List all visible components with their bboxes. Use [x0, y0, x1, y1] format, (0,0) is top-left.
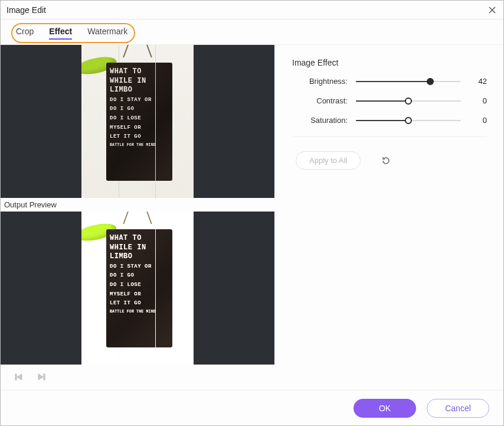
sign-line: WHILE IN — [110, 77, 146, 85]
preview-nav — [1, 365, 274, 382]
apply-to-all-button[interactable]: Apply to All — [296, 151, 361, 170]
sign-line: WHILE IN — [110, 243, 146, 252]
dialog-footer: OK Cancel — [1, 390, 503, 425]
sign-line: LIMBO — [110, 252, 133, 261]
saturation-value: 0 — [469, 116, 487, 125]
svg-marker-3 — [17, 374, 22, 380]
sign-line: DO I STAY OR — [110, 264, 152, 269]
sign-line: BATTLE FOR THE MIND — [110, 143, 169, 148]
sign-line: MYSELF OR — [110, 291, 141, 297]
sign-line: DO I GO — [110, 106, 134, 112]
brightness-slider[interactable] — [356, 77, 461, 86]
brightness-label: Brightness: — [292, 77, 351, 86]
sign-line: DO I GO — [110, 272, 134, 278]
sign-line: DO I LOSE — [110, 282, 141, 288]
ok-button[interactable]: OK — [354, 399, 416, 418]
sign-board: WHAT TO WHILE IN LIMBO DO I STAY OR DO I… — [106, 229, 172, 347]
cancel-button[interactable]: Cancel — [427, 399, 489, 418]
preview-column: WHAT TO WHILE IN LIMBO DO I STAY OR DO I… — [1, 45, 274, 390]
window-title: Image Edit — [6, 5, 46, 15]
sign-line: MYSELF OR — [110, 125, 141, 131]
sign-line: BATTLE FOR THE MIND — [110, 310, 169, 314]
contrast-slider[interactable] — [356, 97, 461, 105]
brightness-row: Brightness: 42 — [292, 77, 487, 86]
sign-line: WHAT TO — [110, 234, 142, 242]
sign-line: LET IT GO — [110, 300, 141, 306]
tab-watermark[interactable]: Watermark — [87, 27, 127, 38]
saturation-slider[interactable] — [356, 116, 461, 125]
sign-line: LIMBO — [110, 86, 133, 94]
close-icon[interactable] — [487, 5, 498, 15]
titlebar: Image Edit — [1, 1, 503, 19]
effects-divider — [292, 136, 487, 137]
tab-effect[interactable]: Effect — [49, 27, 72, 40]
effects-panel: Image Effect Brightness: 42 Contrast: 0 — [274, 45, 503, 390]
saturation-row: Saturation: 0 — [292, 116, 487, 125]
sign-line: DO I STAY OR — [110, 97, 152, 103]
output-preview-label: Output Preview — [1, 198, 274, 212]
output-preview: WHAT TO WHILE IN LIMBO DO I STAY OR DO I… — [1, 212, 274, 365]
next-icon[interactable] — [36, 372, 47, 382]
tabs-bar: Crop Effect Watermark — [1, 19, 503, 45]
tab-crop[interactable]: Crop — [16, 27, 34, 38]
contrast-value: 0 — [469, 96, 487, 105]
original-preview: WHAT TO WHILE IN LIMBO DO I STAY OR DO I… — [1, 45, 274, 198]
sign-line: WHAT TO — [110, 67, 142, 76]
image-edit-dialog: Image Edit Crop Effect Watermark WHAT TO — [0, 0, 504, 426]
sign-board: WHAT TO WHILE IN LIMBO DO I STAY OR DO I… — [106, 63, 172, 181]
svg-rect-2 — [15, 374, 17, 380]
previous-icon[interactable] — [14, 372, 24, 382]
sign-line: DO I LOSE — [110, 115, 141, 121]
image-effect-heading: Image Effect — [292, 58, 487, 67]
reset-icon[interactable] — [381, 155, 391, 166]
sign-line: LET IT GO — [110, 134, 141, 139]
contrast-label: Contrast: — [292, 96, 351, 105]
svg-marker-4 — [38, 374, 43, 380]
contrast-row: Contrast: 0 — [292, 96, 487, 105]
brightness-value: 42 — [469, 77, 487, 86]
saturation-label: Saturation: — [292, 116, 351, 125]
svg-rect-5 — [44, 374, 45, 380]
